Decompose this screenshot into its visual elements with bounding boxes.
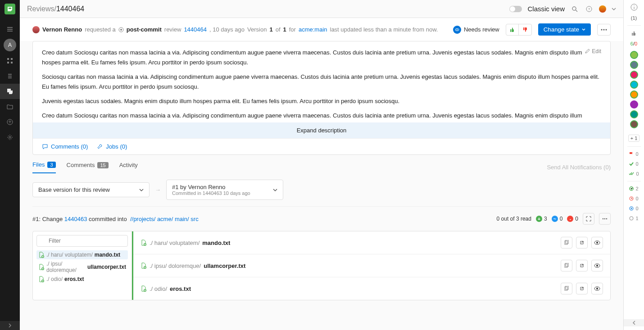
participant-avatar[interactable] (630, 81, 638, 89)
view-button[interactable] (591, 237, 603, 249)
svg-rect-35 (566, 286, 568, 289)
breadcrumb-parent[interactable]: Reviews (27, 5, 54, 13)
svg-point-27 (596, 242, 598, 244)
participant-avatar[interactable] (630, 110, 638, 118)
author-name[interactable]: Vernon Renno (42, 26, 82, 33)
participant-avatar[interactable] (630, 120, 638, 128)
stat-double-check: 0 (629, 171, 639, 176)
chevron-left-icon (632, 321, 636, 325)
participant-avatar[interactable] (630, 51, 638, 59)
expand-description-button[interactable]: Expand description (33, 122, 610, 138)
circle-icon (629, 216, 634, 221)
change-id-link[interactable]: 1440463 (64, 216, 87, 222)
version-word: Version (247, 26, 267, 33)
stat-task-other: 1 (629, 216, 638, 221)
author-avatar[interactable] (32, 26, 40, 33)
stat-task-open: 2 (629, 186, 638, 191)
desc-paragraph: Creo datum Sociosqu caritas non massa la… (42, 111, 601, 122)
participant-avatar[interactable] (630, 90, 638, 99)
filter-input[interactable] (36, 235, 128, 247)
nav-avatar[interactable]: A (4, 39, 16, 51)
tab-files[interactable]: Files 3 (32, 161, 56, 173)
file-add-icon (38, 264, 45, 270)
nav-settings[interactable] (0, 130, 20, 145)
edit-description-button[interactable]: Edit (585, 47, 601, 56)
edit-label: Edit (592, 47, 601, 56)
file-row[interactable]: ./ haru/ voluptatem/ mando.txt (133, 231, 610, 254)
tree-item[interactable]: ./ ipsu/ doloremque/ullamcorper.txt (36, 259, 128, 275)
view-button[interactable] (591, 283, 603, 294)
info-button[interactable] (630, 4, 638, 11)
tab-comments-count: 15 (97, 162, 108, 168)
path-acme[interactable]: acme/ (157, 216, 173, 222)
user-avatar[interactable] (599, 5, 606, 13)
path-src[interactable]: src (190, 216, 198, 222)
target-version-select[interactable]: #1 by Vernon Renno Committed in 1440463 … (166, 180, 283, 200)
svg-point-10 (120, 29, 122, 31)
desc-paragraph: Juvenis egestas lacus sodales. Magnis en… (42, 96, 601, 106)
vote-counts: 6/0 (630, 41, 637, 46)
expand-all-button[interactable] (583, 213, 594, 225)
nav-upload[interactable] (0, 114, 20, 130)
sidebar-expand[interactable] (0, 321, 20, 330)
classic-view-label: Classic view (527, 5, 565, 13)
change-state-button[interactable]: Change state (538, 23, 591, 36)
path-root[interactable]: // (130, 216, 133, 222)
participant-avatar[interactable] (630, 61, 638, 69)
file-row[interactable]: ./ ipsu/ doloremque/ ullamcorper.txt (133, 254, 610, 277)
chevron-down-icon[interactable] (612, 7, 616, 11)
right-sidebar: (1) 6/0 + 1 0 0 0 2 0 0 1 (623, 0, 644, 330)
jobs-link[interactable]: Jobs (0) (97, 143, 127, 150)
participant-avatar[interactable] (630, 71, 638, 79)
classic-toggle[interactable] (509, 6, 522, 12)
target-version-sub: Committed in 1440463 10 days ago (172, 190, 250, 196)
nav-folder[interactable] (0, 99, 20, 114)
thumbs-up-button[interactable] (506, 24, 519, 35)
flag-icon (629, 152, 634, 156)
nav-grid[interactable] (0, 53, 20, 68)
tree-item[interactable]: ./ odio/eros.txt (36, 275, 128, 284)
open-button[interactable] (576, 260, 588, 271)
comments-link[interactable]: Comments (0) (42, 143, 88, 150)
participant-avatar[interactable] (630, 100, 638, 108)
app-logo[interactable] (5, 4, 15, 14)
tree-item[interactable]: ./ haru/ voluptatem/mando.txt (36, 250, 128, 259)
chevron-down-icon (139, 188, 144, 192)
nav-list[interactable] (0, 68, 20, 84)
send-all-notifications[interactable]: Send All Notifications (0) (547, 164, 611, 171)
path-main[interactable]: main/ (175, 216, 189, 222)
svg-point-42 (630, 217, 633, 220)
tab-comments[interactable]: Comments 15 (67, 162, 109, 173)
open-button[interactable] (576, 237, 588, 249)
copy-button[interactable] (561, 260, 572, 271)
copy-button[interactable] (561, 283, 572, 294)
change-header: #1: Change 1440463 committed into // pro… (32, 206, 611, 231)
project-link[interactable]: acme:main (299, 26, 327, 33)
file-row[interactable]: ./ odio/ eros.txt (133, 277, 610, 300)
right-sidebar-collapse[interactable] (624, 319, 644, 326)
thumbs-up-icon (509, 27, 515, 32)
path-projects[interactable]: projects/ (133, 216, 155, 222)
search-button[interactable] (570, 5, 579, 14)
thumbs-down-button[interactable] (519, 24, 531, 35)
base-version-select[interactable]: Base version for this review (32, 182, 150, 197)
view-button[interactable] (591, 260, 603, 271)
help-button[interactable]: ? (585, 5, 594, 14)
nav-menu[interactable] (0, 22, 20, 37)
svg-rect-25 (566, 240, 568, 244)
file-add-icon (38, 252, 45, 258)
tab-activity[interactable]: Activity (119, 162, 138, 173)
open-button[interactable] (576, 283, 588, 294)
copy-button[interactable] (561, 237, 572, 249)
svg-rect-34 (565, 287, 567, 290)
more-actions-button[interactable] (597, 24, 611, 36)
more-change-button[interactable] (599, 213, 611, 225)
file-add-icon (141, 285, 147, 292)
review-id-link[interactable]: 1440464 (184, 26, 207, 33)
check-icon (629, 162, 634, 166)
copy-icon (564, 263, 569, 268)
svg-point-14 (603, 29, 605, 30)
more-participants[interactable]: + 1 (628, 135, 640, 142)
nav-reviews[interactable] (0, 84, 20, 99)
svg-rect-29 (565, 264, 567, 267)
